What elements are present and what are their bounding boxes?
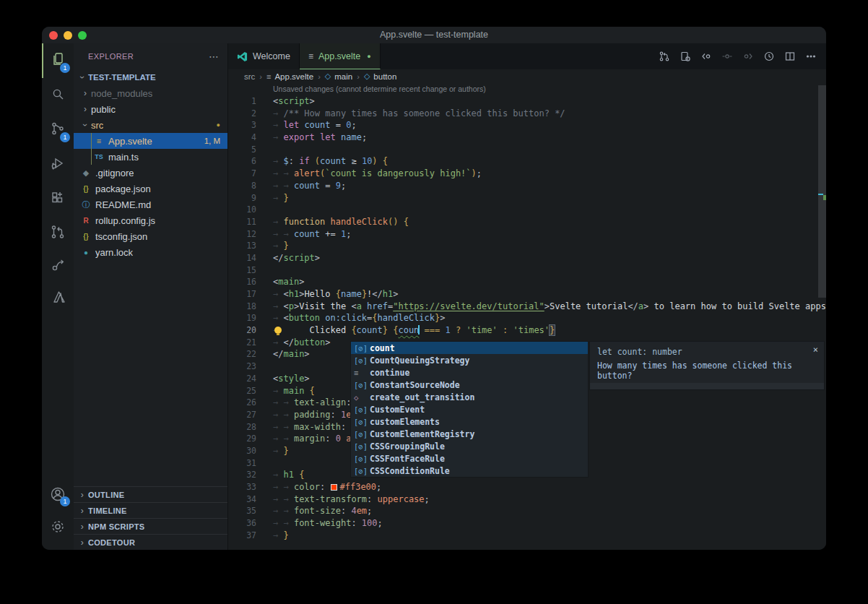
tab-welcome[interactable]: Welcome <box>228 43 300 69</box>
suggestion-customelements[interactable]: [⊘]customElements <box>351 415 588 428</box>
sidebar-section-npm-scripts[interactable]: ›NPM SCRIPTS <box>74 518 227 534</box>
code-line-1[interactable]: 1<script> <box>228 95 826 108</box>
code-line-34[interactable]: 34→ → text-transform: uppercase; <box>228 493 826 506</box>
tab-app-svelte[interactable]: ≡App.svelte● <box>300 43 381 69</box>
tree-file--gitignore[interactable]: ◆.gitignore <box>74 165 227 181</box>
tree-file-main-ts[interactable]: TSmain.ts <box>74 149 227 165</box>
sidebar-section-outline[interactable]: ›OUTLINE <box>74 486 227 502</box>
chevron-right-icon: › <box>79 104 91 114</box>
breadcrumb-item-button[interactable]: ◇button <box>364 72 396 81</box>
code-line-14[interactable]: 14</script> <box>228 252 826 264</box>
tree-folder-node-modules[interactable]: ›node_modules <box>74 85 227 101</box>
tree-root-test-template[interactable]: › TEST-TEMPLATE <box>74 69 227 85</box>
suggestion-customelementregistry[interactable]: [⊘]CustomElementRegistry <box>351 428 588 440</box>
close-window-button[interactable] <box>49 31 58 40</box>
tree-file-readme-md[interactable]: ⓘREADME.md <box>74 197 227 212</box>
suggestion-label: CountQueuingStrategy <box>370 355 469 366</box>
code-line-35[interactable]: 35→ → font-size: 4em; <box>228 505 826 517</box>
line-number: 36 <box>228 517 256 530</box>
activity-bar-bottom: 1 <box>42 479 74 550</box>
code-line-19[interactable]: 19→ <button on:click={handleClick}> <box>228 312 826 324</box>
code-line-36[interactable]: 36→ → font-weight: 100; <box>228 517 826 530</box>
suggestion-customevent[interactable]: [⊘]CustomEvent <box>351 403 588 415</box>
suggestion-constantsourcenode[interactable]: [⊘]ConstantSourceNode <box>351 379 588 391</box>
code-line-16[interactable]: 16<main> <box>228 276 826 288</box>
code-line-6[interactable]: 6→ $: if (count ≥ 10) { <box>228 155 826 168</box>
activity-item-azure[interactable] <box>42 282 74 314</box>
activity-item-extensions[interactable] <box>42 182 74 217</box>
svelte-file-icon: ≡ <box>92 137 105 145</box>
tree-folder-src[interactable]: ›src● <box>74 117 227 133</box>
open-changes-icon[interactable] <box>677 48 693 64</box>
line-number: 22 <box>228 348 256 361</box>
close-icon[interactable]: × <box>813 345 818 355</box>
tree-folder-public[interactable]: ›public <box>74 101 227 117</box>
line-content <box>256 361 273 373</box>
code-line-20[interactable]: 20→ Clicked {count} {coun === 1 ? 'time'… <box>228 324 826 337</box>
editor-scrollbar[interactable] <box>818 85 826 298</box>
code-line-8[interactable]: 8→ → count = 9; <box>228 180 826 192</box>
history-icon[interactable] <box>761 48 777 64</box>
codelens-annotation[interactable]: Unsaved changes (cannot determine recent… <box>228 83 826 95</box>
current-change-icon[interactable] <box>719 48 735 64</box>
code-line-7[interactable]: 7→ → alert(`count is dangerously high!`)… <box>228 168 826 180</box>
tree-file-package-json[interactable]: {}package.json <box>74 181 227 197</box>
breadcrumb-separator: › <box>318 72 321 81</box>
activity-item-source-control[interactable]: 1 <box>42 113 74 147</box>
ts-file-icon: TS <box>92 153 105 160</box>
code-line-12[interactable]: 12→ → count += 1; <box>228 228 826 241</box>
breadcrumb-item-app-svelte[interactable]: ≡App.svelte <box>266 72 313 81</box>
more-actions-icon[interactable] <box>803 48 819 64</box>
activity-item-github-pull-requests[interactable] <box>42 217 74 249</box>
breadcrumb-item-src[interactable]: src <box>244 72 255 81</box>
git-compare-icon[interactable] <box>656 48 672 64</box>
suggestion-continue[interactable]: ≡continue <box>351 366 588 379</box>
code-line-13[interactable]: 13→ } <box>228 240 826 252</box>
code-line-10[interactable]: 10 <box>228 204 826 216</box>
suggestion-cssconditionrule[interactable]: [⊘]CSSConditionRule <box>351 465 588 477</box>
activity-item-settings-gear[interactable] <box>42 512 74 544</box>
code-line-33[interactable]: 33→ → color: #ff3e00; <box>228 481 826 493</box>
tree-file-app-svelte[interactable]: ≡App.svelte1, M <box>74 133 227 149</box>
suggestion-countqueuingstrategy[interactable]: [⊘]CountQueuingStrategy <box>351 354 588 366</box>
sidebar-section-codetour[interactable]: ›CODETOUR <box>74 534 227 550</box>
rollup-file-icon: R <box>79 217 92 225</box>
code-line-3[interactable]: 3→ let count = 0; <box>228 119 826 131</box>
more-actions-icon[interactable]: ⋯ <box>209 51 219 62</box>
code-line-15[interactable]: 15 <box>228 264 826 277</box>
code-line-9[interactable]: 9→ } <box>228 192 826 204</box>
code-line-37[interactable]: 37→ } <box>228 530 826 542</box>
activity-item-run-and-debug[interactable] <box>42 147 74 182</box>
suggestion-create_out_transition[interactable]: ◇create_out_transition <box>351 391 588 403</box>
activity-item-search[interactable] <box>42 78 74 113</box>
tree-file-yarn-lock[interactable]: ●yarn.lock <box>74 244 227 260</box>
split-editor-icon[interactable] <box>782 48 798 64</box>
code-line-17[interactable]: 17→ <h1>Hello {name}!</h1> <box>228 288 826 301</box>
activity-item-live-share[interactable] <box>42 249 74 282</box>
tab-label: Welcome <box>253 51 290 61</box>
suggestion-cssfontfacerule[interactable]: [⊘]CSSFontFaceRule <box>351 452 588 465</box>
code-line-5[interactable]: 5 <box>228 144 826 156</box>
code-line-11[interactable]: 11→ function handleClick() { <box>228 216 826 228</box>
svelte-file-icon: ≡ <box>266 72 271 81</box>
maximize-window-button[interactable] <box>78 31 87 40</box>
code-line-18[interactable]: 18→ <p>Visit the <a href="https://svelte… <box>228 301 826 313</box>
sidebar-section-timeline[interactable]: ›TIMELINE <box>74 502 227 518</box>
line-number: 10 <box>228 204 256 216</box>
file-name: rollup.config.js <box>95 215 155 226</box>
breadcrumb-item-main[interactable]: ◇main <box>325 72 352 81</box>
next-change-icon[interactable] <box>740 48 756 64</box>
suggestion-count[interactable]: [⊘]count <box>351 342 588 354</box>
code-line-2[interactable]: 2→ /** How many times has someone clicke… <box>228 108 826 120</box>
lightbulb-icon[interactable] <box>274 327 282 334</box>
tab-label: App.svelte <box>318 51 360 61</box>
minimize-window-button[interactable] <box>64 31 72 40</box>
activity-item-explorer[interactable]: 1 <box>42 43 74 78</box>
activity-item-account[interactable]: 1 <box>42 479 74 512</box>
tree-file-rollup-config-js[interactable]: Rrollup.config.js <box>74 212 227 228</box>
tree-file-tsconfig-json[interactable]: {}tsconfig.json <box>74 228 227 244</box>
code-line-4[interactable]: 4→ export let name; <box>228 131 826 144</box>
suggestion-cssgroupingrule[interactable]: [⊘]CSSGroupingRule <box>351 440 588 452</box>
previous-change-icon[interactable] <box>698 48 714 64</box>
yarn-file-icon: ● <box>79 249 92 256</box>
